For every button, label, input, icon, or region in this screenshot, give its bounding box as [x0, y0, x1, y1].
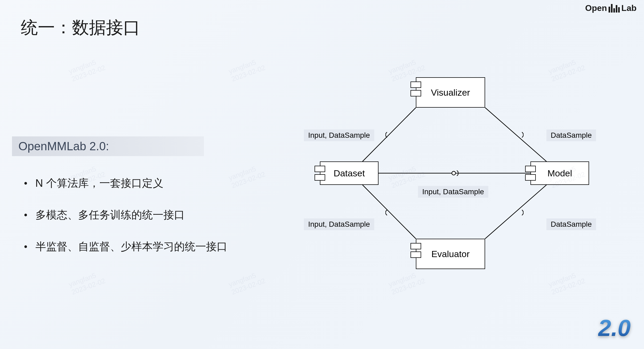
bullet-item: • N 个算法库，一套接口定义: [24, 176, 227, 190]
architecture-diagram: Visualizer Dataset Model Evaluator Input…: [315, 75, 624, 277]
bullet-list: • N 个算法库，一套接口定义 • 多模态、多任务训练的统一接口 • 半监督、自…: [24, 176, 227, 271]
edge-label: Input, DataSample: [304, 129, 374, 141]
box-label: Visualizer: [431, 87, 470, 98]
edge-label: Input, DataSample: [418, 186, 488, 198]
svg-line-1: [485, 108, 546, 161]
logo-suffix: Lab: [621, 3, 637, 13]
uml-component-icon: [410, 243, 421, 260]
uml-dataset: Dataset: [320, 161, 379, 185]
box-label: Dataset: [333, 168, 365, 178]
interface-socket-icon: [516, 209, 524, 216]
subtitle-text: OpenMMLab 2.0:: [18, 140, 109, 153]
box-label: Evaluator: [431, 249, 470, 259]
brand-logo: Open Lab: [585, 3, 637, 13]
bullet-item: • 多模态、多任务训练的统一接口: [24, 208, 227, 222]
uml-component-icon: [410, 82, 421, 99]
interface-socket-icon: [385, 131, 393, 139]
box-label: Model: [548, 168, 572, 178]
bullet-text: 多模态、多任务训练的统一接口: [35, 208, 185, 222]
logo-prefix: Open: [585, 3, 607, 13]
watermark: yangfan52023-02-02: [227, 269, 266, 297]
svg-line-4: [485, 185, 546, 239]
edge-label: DataSample: [546, 129, 596, 141]
watermark: yangfan52023-02-02: [227, 56, 266, 83]
page-title: 统一：数据接口: [21, 16, 140, 39]
interface-socket-icon: [451, 169, 458, 177]
edge-label: DataSample: [546, 218, 596, 230]
interface-socket-icon: [516, 131, 524, 139]
bullet-dot-icon: •: [24, 241, 27, 252]
bullet-text: N 个算法库，一套接口定义: [35, 176, 163, 190]
subtitle-bar: OpenMMLab 2.0:: [12, 136, 204, 156]
bullet-dot-icon: •: [24, 209, 27, 221]
uml-visualizer: Visualizer: [416, 77, 485, 108]
edge-label: Input, DataSample: [304, 218, 374, 230]
watermark: yangfan52023-02-02: [67, 56, 106, 83]
bullet-item: • 半监督、自监督、少样本学习的统一接口: [24, 239, 227, 254]
uml-evaluator: Evaluator: [416, 239, 485, 269]
uml-model: Model: [530, 161, 589, 185]
watermark: yangfan52023-02-02: [227, 162, 266, 190]
interface-socket-icon: [385, 209, 393, 216]
logo-bars-icon: [609, 4, 620, 13]
watermark: yangfan52023-02-02: [67, 269, 106, 297]
bullet-text: 半监督、自监督、少样本学习的统一接口: [35, 239, 227, 254]
bullet-dot-icon: •: [24, 178, 27, 189]
version-badge: 2.0: [598, 314, 631, 342]
uml-component-icon: [525, 166, 536, 183]
uml-component-icon: [315, 166, 325, 183]
svg-point-5: [452, 171, 456, 175]
